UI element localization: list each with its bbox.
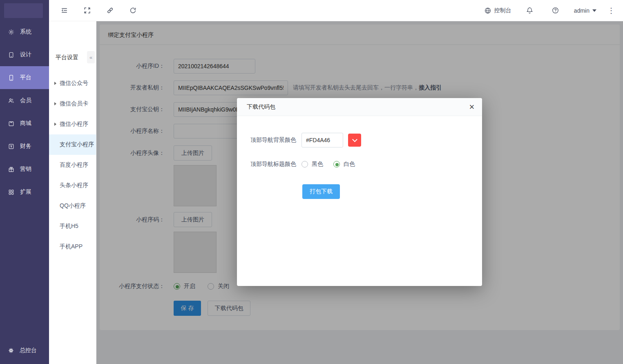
nav-title-color-label: 顶部导航标题颜色 [250, 161, 296, 168]
modal-title: 下载代码包 [247, 103, 275, 111]
secondary-item-label: 微信公众号 [60, 80, 88, 87]
secondary-item-toutiao-mini[interactable]: 头条小程序 [49, 175, 96, 196]
help-button[interactable] [548, 3, 563, 18]
bell-icon [526, 7, 534, 14]
mall-icon [8, 120, 15, 127]
fullscreen-button[interactable] [80, 3, 94, 18]
user-menu[interactable]: admin [574, 7, 596, 14]
secondary-item-label: 百度小程序 [60, 161, 88, 169]
nav-bg-color-row: 顶部导航背景颜色 [237, 133, 361, 147]
secondary-item-baidu-mini[interactable]: 百度小程序 [49, 155, 96, 175]
sidebar-item-finance[interactable]: 财务 [0, 135, 49, 158]
sidebar-item-mall[interactable]: 商城 [0, 112, 49, 135]
sidebar-item-platform[interactable]: 平台 [0, 66, 49, 89]
title-color-option-black[interactable]: 黑色 [301, 161, 323, 168]
help-icon [552, 7, 559, 14]
sidebar-item-label: 商城 [20, 120, 31, 127]
radio-black-icon [301, 161, 308, 167]
link-icon [106, 7, 114, 14]
primary-sidebar: 系统 设计 平台 会员 商城 财务 [0, 0, 49, 364]
menu-fold-button[interactable] [57, 3, 71, 18]
pack-download-button[interactable]: 打包下载 [302, 184, 340, 199]
color-swatch-button[interactable] [348, 134, 361, 147]
modal-header: 下载代码包 [237, 98, 482, 116]
sidebar-item-label: 设计 [20, 51, 31, 58]
sidebar-item-label: 会员 [20, 97, 31, 104]
more-menu-button[interactable]: ⋮ [607, 7, 615, 14]
platform-icon [8, 74, 15, 81]
chevron-down-icon [592, 9, 596, 12]
secondary-item-wechat-mini[interactable]: 微信小程序 [49, 114, 96, 134]
globe-icon [484, 7, 491, 14]
secondary-sidebar: 平台设置 « 微信公众号 微信会员卡 微信小程序 支付宝小程序 百度小程序 头 [49, 21, 96, 364]
secondary-item-mobile-app[interactable]: 手机APP [49, 237, 96, 257]
primary-nav: 系统 设计 平台 会员 商城 财务 [0, 20, 49, 203]
sidebar-item-system[interactable]: 系统 [0, 20, 49, 43]
notifications-button[interactable] [523, 3, 537, 18]
secondary-item-label: 手机APP [60, 243, 83, 250]
radio-black-label: 黑色 [312, 161, 323, 168]
secondary-item-label: 微信会员卡 [60, 100, 88, 107]
close-icon[interactable]: × [466, 101, 478, 113]
secondary-item-mobile-h5[interactable]: 手机H5 [49, 216, 96, 237]
sidebar-item-label: 扩展 [20, 188, 31, 196]
nav-bg-color-input[interactable] [301, 133, 343, 147]
secondary-nav: 微信公众号 微信会员卡 微信小程序 支付宝小程序 百度小程序 头条小程序 QQ小… [49, 73, 96, 257]
secondary-item-qq-mini[interactable]: QQ小程序 [49, 196, 96, 216]
secondary-item-label: 支付宝小程序 [60, 141, 94, 148]
secondary-item-label: 头条小程序 [60, 182, 88, 189]
secondary-item-label: QQ小程序 [60, 202, 86, 210]
console-label: 控制台 [494, 7, 511, 14]
secondary-item-wechat-card[interactable]: 微信会员卡 [49, 94, 96, 114]
gear-icon [8, 29, 15, 36]
sidebar-item-design[interactable]: 设计 [0, 43, 49, 66]
expand-arrow-icon [54, 102, 56, 105]
sidebar-item-master-console[interactable]: 总控台 [0, 340, 49, 361]
app-root: 系统 设计 平台 会员 商城 财务 [0, 0, 623, 364]
nav-title-color-row: 顶部导航标题颜色 黑色 白色 [237, 160, 355, 169]
logo [4, 3, 43, 18]
chevron-down-icon [352, 137, 357, 142]
console-gear-icon [8, 347, 14, 354]
menu-fold-icon [60, 7, 68, 14]
design-icon [8, 51, 15, 58]
extend-icon [8, 189, 15, 196]
sidebar-item-label: 系统 [20, 28, 31, 36]
marketing-icon [8, 166, 15, 173]
secondary-collapse-button[interactable]: « [87, 51, 95, 63]
sidebar-item-label: 营销 [20, 165, 31, 173]
topbar: 控制台 admin ⋮ [49, 0, 623, 21]
sidebar-item-label: 财务 [20, 143, 31, 150]
fullscreen-icon [83, 7, 91, 14]
secondary-item-wechat-mp[interactable]: 微信公众号 [49, 73, 96, 94]
username: admin [574, 7, 590, 14]
title-color-option-white[interactable]: 白色 [333, 161, 355, 168]
sidebar-item-marketing[interactable]: 营销 [0, 158, 49, 181]
sidebar-item-label: 总控台 [20, 347, 37, 354]
members-icon [8, 97, 15, 104]
refresh-icon [129, 7, 137, 14]
expand-arrow-icon [54, 123, 56, 126]
sidebar-item-extend[interactable]: 扩展 [0, 181, 49, 203]
sidebar-item-members[interactable]: 会员 [0, 89, 49, 112]
expand-arrow-icon [54, 82, 56, 85]
secondary-title: 平台设置 [56, 49, 78, 65]
secondary-item-alipay-mini[interactable]: 支付宝小程序 [49, 134, 96, 155]
refresh-button[interactable] [125, 3, 140, 18]
radio-white-icon [333, 161, 340, 167]
topbar-right: 控制台 admin ⋮ [484, 3, 623, 18]
download-package-modal: 下载代码包 × 顶部导航背景颜色 顶部导航标题颜色 黑色 白色 打包下载 [237, 98, 482, 286]
nav-bg-color-label: 顶部导航背景颜色 [250, 136, 296, 144]
secondary-item-label: 微信小程序 [60, 121, 88, 128]
finance-icon [8, 143, 15, 150]
link-button[interactable] [103, 3, 117, 18]
sidebar-item-label: 平台 [20, 74, 31, 81]
console-link[interactable]: 控制台 [484, 7, 511, 14]
radio-white-label: 白色 [344, 161, 355, 168]
topbar-toolbar [49, 3, 140, 18]
secondary-item-label: 手机H5 [60, 223, 78, 230]
